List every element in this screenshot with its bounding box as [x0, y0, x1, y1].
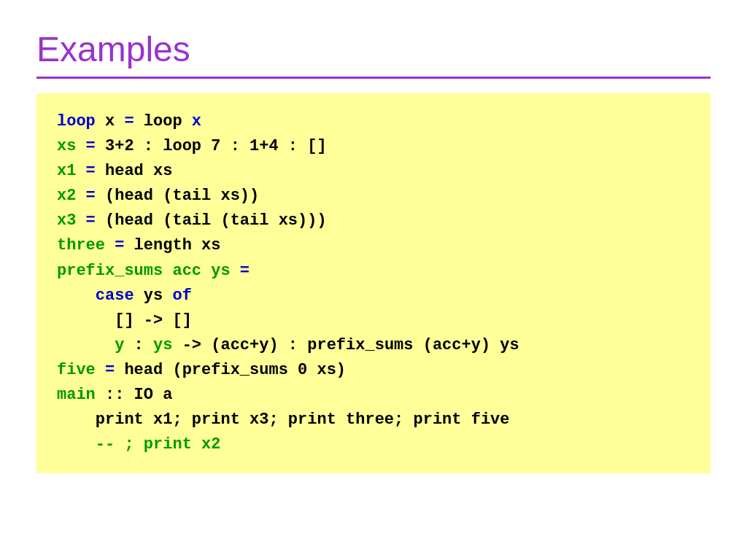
- kw-loop1: loop: [57, 112, 96, 131]
- code-line-10: y : ys -> (acc+y) : prefix_sums (acc+y) …: [57, 333, 690, 358]
- code-line-14: -- ; print x2: [57, 432, 690, 457]
- code-line-8: case ys of: [57, 284, 690, 308]
- page-container: Examples loop x = loop x xs = 3+2 : loop…: [0, 0, 747, 502]
- code-line-6: three = length xs: [57, 233, 690, 258]
- code-line-1: loop x = loop x: [57, 109, 690, 134]
- code-line-7: prefix_sums acc ys =: [57, 259, 690, 284]
- code-line-2: xs = 3+2 : loop 7 : 1+4 : []: [57, 134, 690, 159]
- page-title: Examples: [36, 29, 711, 69]
- title-divider: [36, 77, 711, 79]
- code-line-5: x3 = (head (tail (tail xs))): [57, 209, 690, 233]
- code-block: loop x = loop x xs = 3+2 : loop 7 : 1+4 …: [36, 93, 711, 473]
- code-line-9: [] -> []: [57, 308, 690, 333]
- code-line-12: main :: IO a: [57, 383, 690, 408]
- code-line-4: x2 = (head (tail xs)): [57, 184, 690, 209]
- code-line-3: x1 = head xs: [57, 159, 690, 184]
- code-line-11: five = head (prefix_sums 0 xs): [57, 358, 690, 383]
- code-line-13: print x1; print x3; print three; print f…: [57, 408, 690, 432]
